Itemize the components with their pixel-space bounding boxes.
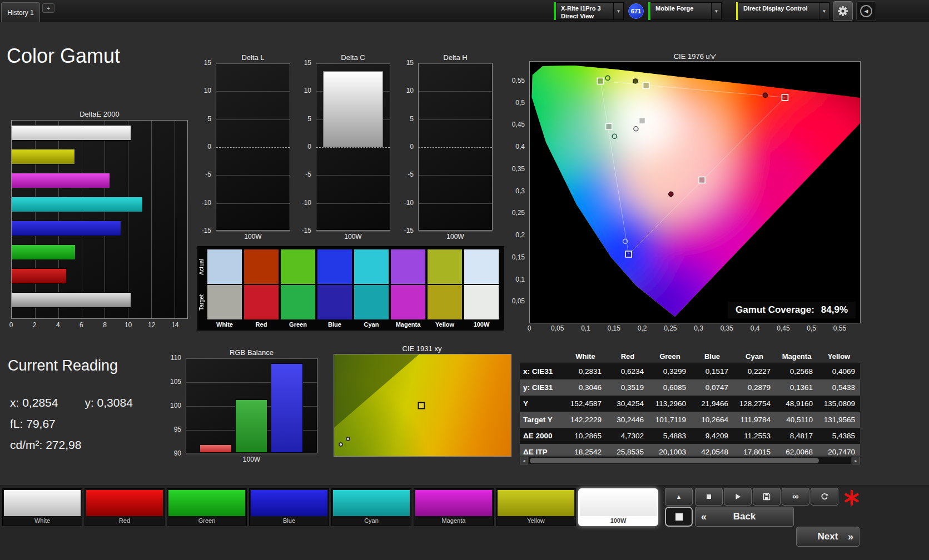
stop-button[interactable] [695, 488, 723, 506]
top-toolbar: History 1 + X-Rite i1Pro 3 Direct View ▼… [0, 0, 929, 22]
pattern-button-white[interactable]: White [2, 488, 82, 526]
pattern-swatch [168, 490, 245, 516]
table-cell: 0,3519 [607, 379, 649, 396]
display-control-dropdown[interactable]: Direct Display Control ▼ [738, 2, 829, 20]
table-row-label: y: CIE31 [520, 379, 564, 396]
table-column-header: Magenta [776, 349, 818, 363]
up-arrow-icon: ▲ [676, 493, 682, 500]
y-tick-label: -5 [404, 171, 414, 178]
table-row: y: CIE310,30460,35190,60850,07470,28790,… [520, 379, 860, 396]
deltae-gridline [128, 121, 128, 318]
gridline [186, 358, 317, 359]
cie-x-tick-label: 0,55 [833, 324, 846, 332]
page-title: Color Gamut [7, 44, 120, 68]
delta-c-title: Delta C [316, 53, 390, 62]
y-tick-label: 5 [404, 115, 414, 123]
play-button[interactable] [724, 488, 752, 506]
swatch-label: 100W [464, 321, 499, 328]
y-tick-label: 5 [201, 115, 211, 123]
scrollbar-track[interactable] [528, 457, 852, 464]
pattern-button-green[interactable]: Green [167, 488, 247, 526]
history-tab-label: History 1 [7, 9, 33, 17]
cie-y-tick-label: 0,15 [508, 253, 525, 261]
deltae2000-chart: DeltaE 2000 02468101214 [11, 110, 188, 330]
scrollbar-thumb[interactable] [530, 458, 819, 463]
y-tick-label: 15 [301, 59, 311, 67]
table-cell: 0,6234 [607, 363, 649, 379]
rgb-bar-green [235, 399, 267, 453]
table-cell: 131,9565 [818, 412, 860, 428]
cie-x-tick-label: 0,3 [692, 324, 706, 332]
deltae2000-x-axis: 02468101214 [11, 321, 188, 329]
collapse-left-icon: ◀ [865, 8, 868, 14]
pattern-button-red[interactable]: Red [85, 488, 165, 526]
deltae-gridline [105, 121, 105, 318]
cie-x-tick-label: 0,5 [805, 324, 818, 332]
chevron-down-icon: ▼ [613, 3, 623, 19]
save-button[interactable] [753, 488, 781, 506]
cie-y-tick-label: 0,05 [508, 297, 525, 305]
scroll-right-button[interactable]: ► [852, 457, 860, 464]
cie-y-tick-label: 0,25 [508, 209, 525, 217]
gridline [216, 147, 290, 148]
target-swatch-blue [317, 285, 352, 319]
settings-button[interactable] [833, 1, 853, 21]
table-cell: 0,2831 [564, 363, 607, 379]
back-button[interactable]: « Back [695, 507, 794, 527]
pattern-window-button[interactable] [665, 507, 693, 527]
rgb-balance-x-label: 100W [186, 456, 317, 463]
table-cell: 0,6085 [649, 379, 691, 396]
y-tick-label: 110 [170, 354, 181, 362]
table-row: ΔE ITP18,254225,853520,100342,054817,801… [520, 444, 860, 456]
add-tab-button[interactable]: + [42, 3, 54, 13]
deltae-x-tick-label: 12 [145, 321, 158, 329]
table-cell: 30,4254 [607, 396, 649, 412]
pattern-button-yellow[interactable]: Yellow [496, 488, 576, 526]
cie-x-tick-label: 0,1 [579, 324, 593, 332]
actual-swatch-blue [317, 249, 352, 284]
y-label: y: [85, 396, 93, 409]
table-cell: 62,0068 [776, 444, 818, 456]
swatch-column: White [207, 249, 242, 328]
y-tick-label: 15 [404, 59, 414, 67]
table-cell: 9,4209 [691, 428, 733, 444]
meter-dropdown[interactable]: X-Rite i1Pro 3 Direct View ▼ [556, 2, 624, 20]
delta-l-y-axis: 151050-5-10-15 [201, 63, 213, 231]
y-tick-label: -10 [301, 199, 311, 207]
gridline [419, 175, 492, 176]
swatch-column: 100W [464, 249, 499, 328]
next-button[interactable]: Next » [796, 527, 860, 547]
scroll-left-button[interactable]: ◄ [520, 457, 528, 464]
gamut-coverage-readout: Gamut Coverage: 84,9% [728, 302, 856, 318]
history-tab[interactable]: History 1 [1, 2, 40, 22]
table-cell: 8,4817 [776, 428, 818, 444]
delta-l-chart: Delta L 151050-5-10-15 100W [201, 53, 290, 242]
table-column-header: Cyan [733, 349, 776, 363]
cie-x-tick-label: 0,05 [551, 324, 564, 332]
gridline [419, 119, 492, 120]
pattern-button-blue[interactable]: Blue [249, 488, 329, 526]
chevron-down-icon: ▼ [711, 3, 721, 19]
pattern-swatch [333, 490, 410, 516]
table-cell: 128,2754 [733, 396, 776, 412]
refresh-button[interactable] [811, 488, 838, 506]
pattern-button-magenta[interactable]: Magenta [414, 488, 494, 526]
pattern-button-100w[interactable]: 100W [578, 488, 658, 526]
scroll-left-icon: ◄ [522, 459, 526, 463]
pattern-source-dropdown[interactable]: Mobile Forge ▼ [650, 2, 722, 20]
pattern-button-cyan[interactable]: Cyan [331, 488, 411, 526]
app-root: History 1 + X-Rite i1Pro 3 Direct View ▼… [0, 0, 929, 560]
cie-y-tick-label: 0,2 [508, 231, 525, 239]
cie1976-y-axis: 0,550,50,450,40,350,30,250,20,150,10,05 [508, 61, 527, 323]
cie1976-chart: CIE 1976 u'v' 0,550,50,450,40,350,30,250… [507, 52, 874, 337]
collapse-panel-button[interactable]: ◀ [856, 1, 876, 21]
gridline [316, 231, 390, 232]
table-cell: 5,4883 [649, 428, 691, 444]
deltae-gridline [175, 121, 175, 318]
actual-swatch-green [281, 249, 315, 284]
nav-up-button[interactable]: ▲ [665, 488, 693, 506]
white-measured-marker [634, 127, 638, 131]
continuous-measure-button[interactable]: ∞ [782, 488, 809, 506]
delta_c-bar [323, 71, 383, 147]
cie-x-tick-label: 0,2 [635, 324, 649, 332]
